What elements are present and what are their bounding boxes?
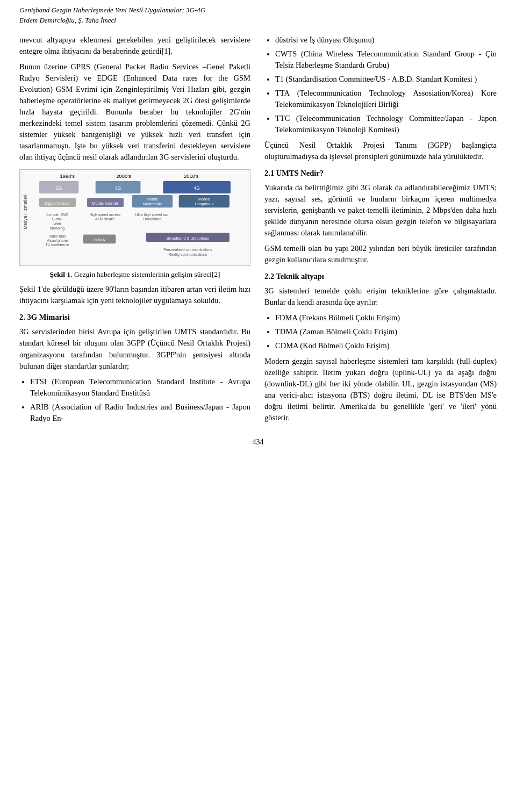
svg-text:FOMA: FOMA bbox=[94, 238, 105, 242]
left-para1: Bunun üzerine GPRS (General Packet Radio… bbox=[19, 61, 250, 163]
svg-text:3G: 3G bbox=[115, 185, 121, 191]
section21-number: 2.1 UMTS Nedir? bbox=[264, 169, 324, 177]
svg-text:4G: 4G bbox=[194, 185, 200, 191]
svg-text:1-mode, SMS: 1-mode, SMS bbox=[46, 213, 69, 217]
header: Genişband Gezgin Haberleşmede Yeni Nesil… bbox=[19, 0, 497, 29]
left-para2: Şekil 1'de görüldüğü üzere 90'ların başı… bbox=[19, 284, 250, 306]
header-line2: Erdem Demircioğlu, Ş. Taha İmeci bbox=[19, 16, 497, 26]
page-footer: 434 bbox=[19, 437, 497, 453]
right-column: düstrisi ve İş dünyası Oluşumu) CWTS (Ch… bbox=[264, 34, 497, 428]
left-column: mevcut altyapıya eklenmesi gerekebilen y… bbox=[19, 34, 250, 428]
svg-text:Reality communications: Reality communications bbox=[169, 253, 207, 257]
list-item: T1 (Standardisation Committee/US - A.B.D… bbox=[275, 74, 497, 85]
svg-text:Ultra high speed acc.: Ultra high speed acc. bbox=[135, 213, 170, 217]
list-item: CDMA (Kod Bölmeli Çoklu Erişim) bbox=[275, 340, 497, 351]
svg-text:Personalised communications: Personalised communications bbox=[163, 248, 212, 251]
list-item: FDMA (Frekans Bölmeli Çoklu Erişim) bbox=[275, 312, 497, 324]
list-item: TTC (Telecommunication Technology Commit… bbox=[275, 113, 497, 135]
svg-text:TV conference: TV conference bbox=[45, 243, 69, 247]
section2-para1: 3G servislerinden birisi Avrupa için gel… bbox=[19, 326, 250, 371]
svg-text:E-mail: E-mail bbox=[52, 217, 63, 221]
section21-heading: 2.1 UMTS Nedir? bbox=[264, 168, 497, 179]
svg-text:Broadband: Broadband bbox=[144, 217, 161, 221]
figure1-svg: 1990's 2000's 2010's 2G 3G 4G Medya Hizm… bbox=[20, 170, 250, 265]
para-gsm: GSM temelli olan bu yapı 2002 yılından b… bbox=[264, 243, 497, 265]
intro-para: mevcut altyapıya eklenmesi gerekebilen y… bbox=[19, 34, 250, 57]
svg-text:Mobile: Mobile bbox=[198, 196, 210, 201]
list-item: TDMA (Zaman Bölmeli Çoklu Erişim) bbox=[275, 326, 497, 337]
svg-text:Mobile Internet: Mobile Internet bbox=[92, 201, 118, 206]
para-modern: Modern gezgin sayısal haberleşme sisteml… bbox=[264, 356, 497, 423]
svg-text:2000's: 2000's bbox=[116, 173, 131, 179]
figure1-caption-rest: . Gezgin haberleşme sistemlerinin gelişi… bbox=[70, 270, 220, 278]
svg-text:1990's: 1990's bbox=[60, 173, 75, 179]
main-content: mevcut altyapıya eklenmesi gerekebilen y… bbox=[19, 34, 497, 428]
figure1: 1990's 2000's 2010's 2G 3G 4G Medya Hizm… bbox=[19, 169, 250, 266]
svg-text:Digital Cellular: Digital Cellular bbox=[45, 201, 70, 206]
section2-heading: 2. 3G Mimarisi bbox=[19, 312, 250, 323]
svg-text:2010's: 2010's bbox=[184, 173, 199, 179]
svg-text:2G: 2G bbox=[56, 185, 62, 191]
section22-intro: 3G sistemleri temelde çoklu erişim tekni… bbox=[264, 285, 497, 308]
list-item: ARIB (Association of Radio Industries an… bbox=[30, 401, 250, 424]
figure1-caption: Şekil 1. Gezgin haberleşme sistemlerinin… bbox=[19, 269, 250, 280]
list-item: TTA (Telecommunication Technology Assosi… bbox=[275, 88, 497, 110]
svg-text:Mobile: Mobile bbox=[147, 196, 159, 201]
list-item: düstrisi ve İş dünyası Oluşumu) bbox=[275, 34, 497, 46]
svg-text:High speed access: High speed access bbox=[90, 213, 121, 217]
list-item: CWTS (China Wireless Telecommunication S… bbox=[275, 48, 497, 71]
list-item: ETSI (European Telecommunication Standar… bbox=[30, 376, 250, 399]
left-bullet-list: ETSI (European Telecommunication Standar… bbox=[30, 376, 250, 424]
section21-para: Yukarıda da belirttiğimiz gibi 3G olarak… bbox=[264, 182, 497, 239]
svg-text:Visual phone: Visual phone bbox=[47, 239, 68, 243]
svg-text:Video mail: Video mail bbox=[49, 234, 66, 238]
svg-text:Medya Hizmetleri: Medya Hizmetleri bbox=[23, 195, 28, 229]
page-number: 434 bbox=[253, 438, 264, 446]
svg-text:browsing: browsing bbox=[50, 226, 64, 231]
svg-text:Web: Web bbox=[54, 221, 61, 225]
svg-text:Broadband & Ubiquitous: Broadband & Ubiquitous bbox=[167, 236, 210, 241]
svg-text:Ubiquitous: Ubiquitous bbox=[195, 202, 214, 206]
section22-heading: 2.2 Teknik altyapı bbox=[264, 271, 497, 282]
figure1-caption-bold: Şekil 1 bbox=[50, 270, 71, 278]
para-3gpp: Üçüncü Nesil Ortaklık Projesi Tanımı (3G… bbox=[264, 140, 497, 162]
right-bullet-list-22: FDMA (Frekans Bölmeli Çoklu Erişim) TDMA… bbox=[275, 312, 497, 351]
svg-text:Multimedia: Multimedia bbox=[143, 202, 162, 206]
section2-number: 2. 3G Mimarisi bbox=[19, 313, 70, 321]
right-bullet-list-top: düstrisi ve İş dünyası Oluşumu) CWTS (Ch… bbox=[275, 34, 497, 135]
section22-number: 2.2 Teknik altyapı bbox=[264, 272, 324, 281]
svg-text:ATM Ntwrk?: ATM Ntwrk? bbox=[95, 217, 115, 221]
header-line1: Genişband Gezgin Haberleşmede Yeni Nesil… bbox=[19, 5, 497, 16]
